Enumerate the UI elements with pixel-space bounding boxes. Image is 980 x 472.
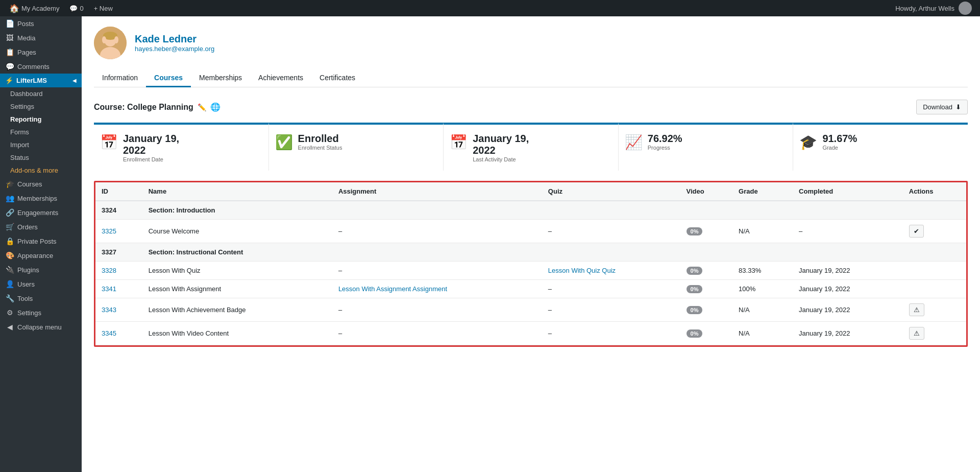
engagements-icon: 🔗 [5, 208, 14, 217]
sidebar-item-plugins[interactable]: 🔌 Plugins [0, 263, 82, 277]
cell-quiz: – [542, 298, 680, 322]
sidebar-item-collapse[interactable]: ◀ Collapse menu [0, 320, 82, 334]
sidebar-item-appearance[interactable]: 🎨 Appearance [0, 248, 82, 263]
main-layout: 📄 Posts 🖼 Media 📋 Pages 💬 Comments ⚡ Lif… [0, 16, 980, 472]
tab-memberships[interactable]: Memberships [191, 69, 250, 87]
cell-video: 0% [680, 280, 733, 298]
cell-actions: ⚠ [903, 322, 966, 345]
lesson-id-link[interactable]: 3343 [102, 306, 116, 314]
cell-assignment: – [332, 322, 542, 345]
stat-card-inner-4: 📈 76.92% Progress [625, 133, 787, 151]
action-check-button[interactable]: ✔ [909, 225, 924, 238]
sidebar-item-settings[interactable]: Settings [0, 100, 82, 113]
enrollment-date-value: January 19,2022 [123, 133, 179, 156]
sidebar-item-users[interactable]: 👤 Users [0, 277, 82, 291]
tab-information[interactable]: Information [94, 69, 146, 87]
lesson-id-link[interactable]: 3325 [102, 227, 116, 235]
user-name: Kade Ledner [135, 33, 214, 45]
sidebar-item-dashboard[interactable]: Dashboard [0, 87, 82, 100]
lesson-id-link[interactable]: 3341 [102, 285, 116, 293]
admin-bar: 🏠 My Academy 💬 0 + New Howdy, Arthur Wel… [0, 0, 980, 16]
admin-bar-comments[interactable]: 💬 0 [64, 0, 88, 16]
grade-value: 91.67% [822, 133, 857, 145]
site-name: My Academy [21, 5, 59, 12]
memberships-label: Memberships [17, 195, 57, 202]
cell-name: Lesson With Assignment [142, 280, 332, 298]
sidebar-item-forms[interactable]: Forms [0, 126, 82, 138]
edit-course-icon[interactable]: ✏️ [198, 103, 206, 111]
plugins-label: Plugins [17, 266, 39, 274]
admin-bar-site[interactable]: 🏠 My Academy [4, 0, 64, 16]
lifterlms-menu-header[interactable]: ⚡ LifterLMS ◀ [0, 74, 82, 87]
cell-quiz: – [542, 322, 680, 345]
avatar-image [94, 27, 127, 59]
course-chart-icon[interactable]: 🌐 [210, 102, 220, 112]
video-badge: 0% [687, 306, 703, 314]
last-activity-label: Last Activity Date [473, 156, 529, 162]
sidebar-item-settings2[interactable]: ⚙ Settings [0, 305, 82, 320]
enrollment-status-value: Enrolled [298, 133, 342, 145]
posts-label: Posts [17, 20, 34, 28]
table-row: 3345 Lesson With Video Content – – 0% N/… [95, 322, 966, 345]
cell-quiz: – [542, 220, 680, 243]
cell-quiz: – [542, 280, 680, 298]
action-warning-button[interactable]: ⚠ [909, 303, 924, 316]
forms-label: Forms [10, 128, 29, 136]
sidebar-item-private-posts[interactable]: 🔒 Private Posts [0, 234, 82, 248]
sidebar-item-engagements[interactable]: 🔗 Engagements [0, 205, 82, 220]
cell-quiz: Lesson With Quiz Quiz [542, 262, 680, 280]
comments-label: Comments [17, 63, 50, 70]
sidebar-item-posts[interactable]: 📄 Posts [0, 16, 82, 31]
sidebar-item-import[interactable]: Import [0, 138, 82, 151]
sidebar-item-orders[interactable]: 🛒 Orders [0, 220, 82, 234]
sidebar-item-reporting[interactable]: Reporting [0, 113, 82, 126]
collapse-icon: ◀ [5, 323, 14, 331]
table-row: 3327 Section: Instructional Content [95, 243, 966, 262]
sidebar-item-addons[interactable]: Add-ons & more [0, 164, 82, 177]
user-avatar-small [959, 2, 972, 15]
last-activity-value: January 19,2022 [473, 133, 529, 156]
admin-bar-right: Howdy, Arthur Wells [895, 2, 976, 15]
col-quiz: Quiz [542, 182, 680, 201]
sidebar-item-comments[interactable]: 💬 Comments [0, 59, 82, 74]
stat-card-inner-5: 🎓 91.67% Grade [799, 133, 962, 151]
download-button[interactable]: Download ⬇ [916, 100, 968, 114]
table-body: 3324 Section: Introduction 3325 Course W… [95, 201, 966, 345]
sidebar-item-pages[interactable]: 📋 Pages [0, 45, 82, 59]
sidebar-item-media[interactable]: 🖼 Media [0, 31, 82, 45]
tools-icon: 🔧 [5, 294, 14, 302]
cell-actions [903, 262, 966, 280]
lifterlms-label: LifterLMS [16, 77, 47, 84]
user-email: hayes.heber@example.org [135, 45, 214, 53]
tab-achievements[interactable]: Achievements [250, 69, 311, 87]
sidebar-item-tools[interactable]: 🔧 Tools [0, 291, 82, 305]
action-warning-button[interactable]: ⚠ [909, 327, 924, 340]
comments-icon: 💬 [5, 62, 14, 70]
cell-video: 0% [680, 220, 733, 243]
cell-section-name: Section: Introduction [142, 201, 966, 220]
quiz-link[interactable]: Lesson With Quiz Quiz [548, 267, 616, 274]
admin-bar-new[interactable]: + New [89, 0, 118, 16]
new-label: + New [94, 5, 113, 12]
col-actions: Actions [903, 182, 966, 201]
lesson-id-link[interactable]: 3345 [102, 329, 116, 337]
howdy-text: Howdy, Arthur Wells [895, 5, 954, 12]
assignment-link[interactable]: Lesson With Assignment Assignment [338, 285, 447, 293]
stat-info-progress: 76.92% Progress [648, 133, 682, 151]
course-table: ID Name Assignment Quiz Video Grade Comp… [95, 182, 966, 345]
cell-assignment: – [332, 262, 542, 280]
cell-id: 3345 [95, 322, 142, 345]
sidebar-item-memberships[interactable]: 👥 Memberships [0, 191, 82, 205]
comment-count: 0 [80, 5, 83, 12]
cell-assignment: – [332, 298, 542, 322]
tab-courses[interactable]: Courses [146, 69, 191, 87]
sidebar-item-status[interactable]: Status [0, 151, 82, 164]
tab-certificates[interactable]: Certificates [311, 69, 363, 87]
addons-label: Add-ons & more [10, 167, 58, 174]
col-grade: Grade [732, 182, 793, 201]
sidebar-item-courses[interactable]: 🎓 Courses [0, 177, 82, 191]
courses-icon: 🎓 [5, 180, 14, 188]
table-row: 3325 Course Welcome – – 0% N/A – ✔ [95, 220, 966, 243]
lesson-id-link[interactable]: 3328 [102, 267, 116, 274]
stat-card-progress: 📈 76.92% Progress [619, 123, 794, 171]
